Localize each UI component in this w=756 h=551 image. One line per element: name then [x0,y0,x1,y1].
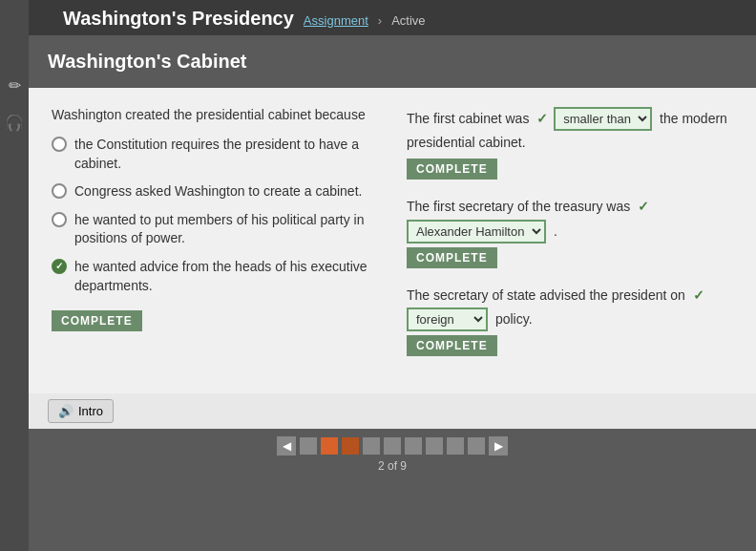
nav-dot-8[interactable] [447,437,464,455]
page-title: Washington's Presidency [63,8,294,30]
prev-button[interactable]: ◀ [277,436,296,456]
nav-dot-4[interactable] [363,437,380,455]
fill-in-3: The secretary of state advised the presi… [407,284,733,356]
left-complete-button[interactable]: COMPLETE [52,310,142,331]
dropdown-2[interactable]: Alexander Hamilton Thomas Jefferson Henr… [407,220,546,244]
dropdown-3[interactable]: foreign domestic military [407,307,488,331]
active-status: Active [391,13,425,28]
fill-in-1: The first cabinet was ✓ smaller than lar… [407,107,733,180]
radio-group: the Constitution requires the president … [52,136,378,295]
page-count: 2 of 9 [378,459,407,473]
pencil-icon[interactable]: ✏ [9,76,21,95]
assignment-link[interactable]: Assignment [304,13,368,28]
nav-bar: ◀ ▶ 2 of 9 [29,429,756,480]
intro-text: Washington created the presidential cabi… [52,107,378,122]
radio-option-1[interactable] [52,137,67,152]
nav-dots: ◀ ▶ [277,436,508,456]
option-3-text: he wanted to put members of his politica… [74,211,378,248]
nav-dot-6[interactable] [405,437,422,455]
headphone-icon[interactable]: 🎧 [5,114,24,132]
radio-option-2[interactable] [52,183,67,199]
sentence-3: The secretary of state advised the presi… [407,284,733,331]
option-2-text: Congress asked Washington to create a ca… [74,182,362,201]
list-item: he wanted advice from the heads of his e… [52,258,378,295]
sentence-2: The first secretary of the treasury was … [407,195,733,243]
nav-dot-9[interactable] [468,437,485,455]
speaker-icon: 🔊 [58,404,74,418]
radio-option-3[interactable] [52,212,67,227]
nav-dot-5[interactable] [384,437,401,455]
option-4-text: he wanted advice from the heads of his e… [74,258,378,295]
top-bar: Washington's Presidency Assignment › Act… [29,0,756,35]
audio-label: Intro [78,404,103,418]
list-item: the Constitution requires the president … [52,136,378,173]
content-card: Washington created the presidential cabi… [29,88,756,393]
right-column: The first cabinet was ✓ smaller than lar… [407,107,733,356]
right-complete-button-2[interactable]: COMPLETE [407,247,497,268]
right-complete-button-3[interactable]: COMPLETE [407,335,497,356]
audio-button[interactable]: 🔊 Intro [48,399,114,423]
nav-dot-1[interactable] [300,437,317,455]
next-button[interactable]: ▶ [489,436,508,456]
left-column: Washington created the presidential cabi… [52,107,378,356]
list-item: Congress asked Washington to create a ca… [52,182,378,201]
list-item: he wanted to put members of his politica… [52,211,378,248]
sentence-1: The first cabinet was ✓ smaller than lar… [407,107,733,155]
radio-option-4[interactable] [52,259,67,274]
nav-dot-2[interactable] [321,437,338,455]
section-header: Washington's Cabinet [29,35,756,88]
side-toolbar: ✏ 🎧 [0,0,29,551]
nav-dot-3[interactable] [342,437,359,455]
option-1-text: the Constitution requires the president … [74,136,378,173]
fill-in-2: The first secretary of the treasury was … [407,195,733,267]
dropdown-1[interactable]: smaller than larger than the same as [554,107,652,131]
bottom-bar: 🔊 Intro [29,393,756,429]
nav-dot-7[interactable] [426,437,443,455]
right-complete-button-1[interactable]: COMPLETE [407,159,497,180]
